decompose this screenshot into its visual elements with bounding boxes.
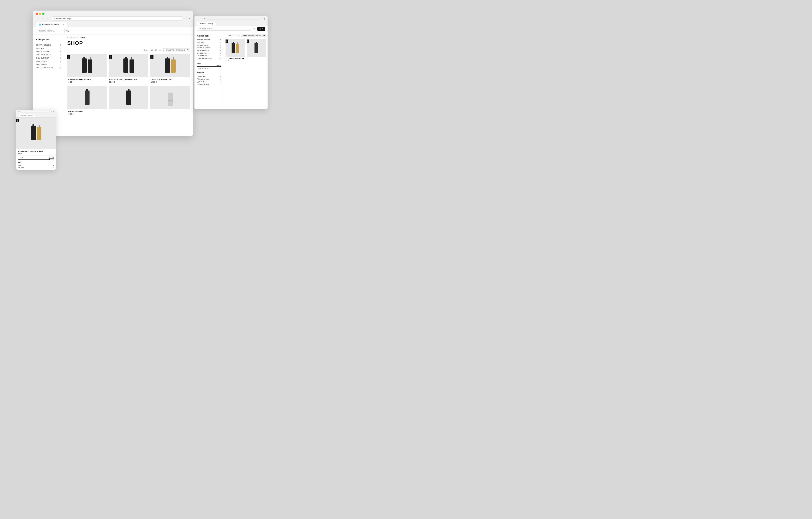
category-count: 5 [60, 44, 61, 46]
tablet-slider-thumb[interactable] [220, 65, 221, 67]
tab-cat-gua-sha[interactable]: GUA SHA5 [197, 41, 221, 44]
tablet-show-12[interactable]: 12 [232, 34, 234, 36]
menu-icon[interactable]: ≡ [53, 111, 54, 113]
mobile-slider-thumb[interactable] [49, 159, 50, 160]
star-icon[interactable]: ☆ [261, 18, 263, 20]
product-card[interactable]: NEU BOOSTER CAFFEINE GEL 19,90 € [67, 54, 107, 84]
category-name: SKIN CLEANER [36, 57, 49, 59]
category-skin-cleaner[interactable]: SKIN CLEANER 6 [36, 56, 61, 60]
tablet-refresh-button[interactable]: ↻ [204, 18, 206, 20]
minimize-dot[interactable] [39, 12, 41, 15]
address-bar[interactable]: Browser Mockup... [52, 17, 183, 21]
tablet-price-slider[interactable] [197, 66, 221, 66]
checkbox-mischhaut[interactable]: Mischhaut 6 [197, 75, 221, 78]
tablet-tab[interactable]: Browser Mockup [197, 22, 216, 26]
mobile-address-bar[interactable] [21, 111, 50, 112]
tablet-search-input[interactable] [197, 27, 251, 31]
mobile-tab[interactable]: Browser Mockup [18, 114, 35, 117]
tab-cat-skin-cream[interactable]: SKIN CREAM8 [197, 52, 221, 54]
mobile-price-slider[interactable] [18, 159, 54, 160]
close-dot[interactable] [36, 12, 38, 15]
forward-button[interactable]: → [41, 17, 45, 20]
show-15[interactable]: 15 [155, 49, 157, 51]
tablet-search-icon[interactable]: 🔍 [253, 28, 256, 30]
cat-count: 9 [221, 44, 221, 46]
product-info: BRIGHTENING B... 22,90 € [67, 109, 107, 116]
tab-cat-unkategorisiert[interactable]: UNKATEGORISIERT32 [197, 57, 221, 60]
product-card[interactable]: NEU BOOSTER CBD CANNABIS OIL 32,90 € [109, 54, 148, 84]
checkbox-count: 6 [221, 76, 221, 78]
mobile-filter-link[interactable]: FILTER [49, 157, 54, 158]
tablet-show-30[interactable]: 30 [238, 34, 240, 36]
tab-cat-skin-cleaner[interactable]: SKIN CLEANER6 [197, 49, 221, 52]
star-icon[interactable]: ☆ [184, 17, 187, 20]
category-name: UNKATEGORISIERT [36, 67, 53, 69]
dropper-amber [236, 44, 239, 53]
tab-close-icon[interactable]: ✕ [63, 24, 64, 26]
address-text: Browser Mockup... [54, 17, 72, 20]
menu-icon[interactable]: ≡ [188, 17, 190, 20]
show-30[interactable]: 30 [160, 49, 162, 51]
checkbox-input[interactable] [197, 78, 199, 80]
product-info [109, 109, 148, 112]
typ-count: 6 [53, 164, 54, 166]
product-card[interactable] [109, 86, 148, 116]
category-gua-sha[interactable]: GUA SHA 5 [36, 47, 61, 50]
checkbox-input[interactable] [197, 81, 199, 83]
checkbox-input[interactable] [197, 76, 199, 77]
show-12[interactable]: 12 [151, 49, 153, 51]
checkbox-label: Reife Haut [199, 81, 206, 83]
mobile-nav-bar: ↻ ☆ ≡ [18, 111, 54, 113]
product-card[interactable]: BRIGHTENING B... 22,90 € [67, 86, 107, 116]
tablet-product-image: NEU [246, 39, 266, 57]
sort-select[interactable]: STANDARDSORTIERUNG [164, 48, 190, 52]
search-icon[interactable]: 🔍 [66, 29, 69, 32]
tablet-browser-chrome: ← → ↻ ☆ ≡ Browser Mockup [195, 16, 267, 26]
tablet-product-card[interactable]: NEU [246, 39, 266, 62]
tab-cat-skin-booster[interactable]: SKIN BOOSTER9 [197, 44, 221, 47]
menu-icon[interactable]: ≡ [264, 18, 265, 20]
category-skin-care-sets[interactable]: SKIN CARE SETS 3 [36, 53, 61, 56]
maximize-dot[interactable] [42, 12, 45, 15]
checkbox-reife-haut[interactable]: Reife Haut 1 [197, 81, 221, 83]
tablet-content: 🔍 🛒 0 Kategorien BEAUTY ROLLER5 GUA SHA5 [195, 26, 267, 109]
cat-count: 6 [221, 50, 221, 51]
product-grid: NEU BOOSTER CAFFEINE GEL 19,90 € [67, 54, 190, 116]
checkbox-sensible-haut[interactable]: Sensible Haut 7 [197, 83, 221, 86]
tablet-forward-button[interactable]: → [200, 18, 203, 20]
mobile-featured-product[interactable]: NEU [16, 117, 56, 149]
category-unkategorisiert[interactable]: UNKATEGORISIERT 32 [36, 66, 61, 69]
search-input[interactable] [36, 29, 64, 33]
tab-cat-skin-serum[interactable]: SKIN SERUM2 [197, 54, 221, 57]
breadcrumb-home[interactable]: STARTSEITE [67, 37, 78, 39]
cat-count: 2 [221, 55, 221, 57]
category-skin-cream[interactable]: SKIN CREAM 8 [36, 60, 61, 63]
tab-cat-skin-care-sets[interactable]: SKIN CARE SETS3 [197, 47, 221, 49]
product-image [67, 86, 107, 109]
browser-tab[interactable]: 🌐 Browser Mockup... ✕ [36, 22, 67, 27]
tablet-product-card[interactable]: NEU ALL IN ONE FACIAL OIL 22,90 € [226, 39, 245, 62]
product-card[interactable]: silkyskin [150, 86, 190, 116]
category-skin-serum[interactable]: SKIN SERUM 2 [36, 63, 61, 66]
product-card[interactable]: NEU BOOSTER GINKGO GEL 19,90 € [150, 54, 190, 84]
star-icon[interactable]: ☆ [51, 111, 52, 113]
category-skin-booster[interactable]: SKIN BOOSTER 9 [36, 50, 61, 53]
browser-nav-bar: ← → ↻ Browser Mockup... ☆ ≡ [36, 17, 190, 21]
product-image: NEU [67, 54, 107, 77]
tablet-price-label-row: Preis: 10 € – 70 € FILTER [197, 67, 221, 69]
tablet-show-15[interactable]: 15 [235, 34, 237, 36]
tablet-address-bar[interactable] [207, 18, 259, 20]
checkbox-input[interactable] [197, 84, 199, 85]
tablet-product-price: 22,90 € [226, 60, 245, 61]
typ-name: ale Haut [18, 167, 24, 168]
tab-cat-beauty-roller[interactable]: BEAUTY ROLLER5 [197, 38, 221, 41]
tablet-sort-select[interactable]: STANDARDSORTIERUNG [241, 34, 266, 37]
refresh-button[interactable]: ↻ [47, 17, 50, 20]
tablet-cart-button[interactable]: 🛒 0 [257, 27, 265, 31]
tab-strip: 🌐 Browser Mockup... ✕ [36, 22, 190, 27]
mobile-refresh-button[interactable]: ↻ [18, 111, 20, 113]
back-button[interactable]: ← [36, 17, 39, 20]
checkbox-normale-haut[interactable]: Normale Haut 5 [197, 78, 221, 81]
category-beauty-roller[interactable]: BEAUTY ROLLER 5 [36, 44, 61, 47]
tablet-back-button[interactable]: ← [197, 18, 199, 20]
